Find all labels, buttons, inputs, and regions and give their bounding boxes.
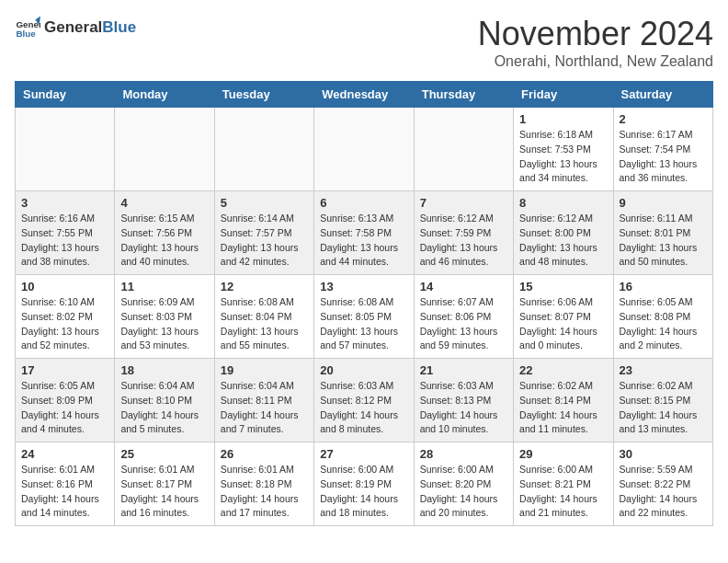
day-info: Sunrise: 6:03 AMSunset: 8:13 PMDaylight:… <box>420 379 507 437</box>
day-info: Sunrise: 6:09 AMSunset: 8:03 PMDaylight:… <box>120 295 208 353</box>
logo: General Blue General Blue <box>15 15 136 40</box>
day-number: 1 <box>519 112 607 126</box>
day-info: Sunrise: 6:02 AMSunset: 8:14 PMDaylight:… <box>519 379 607 437</box>
calendar-cell: 10Sunrise: 6:10 AMSunset: 8:02 PMDayligh… <box>16 275 115 359</box>
day-info: Sunrise: 6:02 AMSunset: 8:15 PMDaylight:… <box>620 379 707 437</box>
day-info: Sunrise: 5:59 AMSunset: 8:22 PMDaylight:… <box>620 463 707 521</box>
day-number: 11 <box>120 280 208 293</box>
calendar-cell: 22Sunrise: 6:02 AMSunset: 8:14 PMDayligh… <box>514 359 613 442</box>
calendar-cell: 27Sunrise: 6:00 AMSunset: 8:19 PMDayligh… <box>314 442 414 526</box>
calendar-cell: 3Sunrise: 6:16 AMSunset: 7:55 PMDaylight… <box>16 191 115 275</box>
day-number: 20 <box>320 363 407 377</box>
day-info: Sunrise: 6:04 AMSunset: 8:10 PMDaylight:… <box>120 379 208 437</box>
calendar-cell: 8Sunrise: 6:12 AMSunset: 8:00 PMDaylight… <box>514 191 613 275</box>
day-number: 24 <box>21 447 108 461</box>
day-number: 7 <box>420 196 507 210</box>
calendar-cell: 5Sunrise: 6:14 AMSunset: 7:57 PMDaylight… <box>214 191 313 275</box>
day-info: Sunrise: 6:01 AMSunset: 8:16 PMDaylight:… <box>21 463 108 521</box>
calendar-cell: 16Sunrise: 6:05 AMSunset: 8:08 PMDayligh… <box>613 275 712 359</box>
week-row-3: 10Sunrise: 6:10 AMSunset: 8:02 PMDayligh… <box>16 275 713 359</box>
calendar-cell: 15Sunrise: 6:06 AMSunset: 8:07 PMDayligh… <box>514 275 613 359</box>
day-number: 29 <box>519 447 607 461</box>
weekday-header-monday: Monday <box>115 82 214 108</box>
day-info: Sunrise: 6:12 AMSunset: 7:59 PMDaylight:… <box>420 212 507 270</box>
day-number: 5 <box>221 196 308 210</box>
logo-icon: General Blue <box>15 15 40 40</box>
day-number: 28 <box>420 447 507 461</box>
week-row-2: 3Sunrise: 6:16 AMSunset: 7:55 PMDaylight… <box>16 191 713 275</box>
calendar-cell: 26Sunrise: 6:01 AMSunset: 8:18 PMDayligh… <box>214 442 313 526</box>
day-info: Sunrise: 6:17 AMSunset: 7:54 PMDaylight:… <box>620 128 707 186</box>
calendar-cell: 17Sunrise: 6:05 AMSunset: 8:09 PMDayligh… <box>16 359 115 442</box>
calendar-cell: 1Sunrise: 6:18 AMSunset: 7:53 PMDaylight… <box>514 108 613 191</box>
calendar-cell: 18Sunrise: 6:04 AMSunset: 8:10 PMDayligh… <box>115 359 214 442</box>
day-info: Sunrise: 6:00 AMSunset: 8:19 PMDaylight:… <box>320 463 407 521</box>
day-number: 4 <box>120 196 208 210</box>
calendar-cell: 29Sunrise: 6:00 AMSunset: 8:21 PMDayligh… <box>514 442 613 526</box>
calendar-cell <box>115 108 214 191</box>
calendar-cell: 12Sunrise: 6:08 AMSunset: 8:04 PMDayligh… <box>214 275 313 359</box>
logo-general: General <box>44 18 102 37</box>
day-info: Sunrise: 6:01 AMSunset: 8:17 PMDaylight:… <box>120 463 208 521</box>
day-info: Sunrise: 6:10 AMSunset: 8:02 PMDaylight:… <box>21 295 108 353</box>
day-number: 18 <box>120 363 208 377</box>
day-number: 23 <box>620 363 707 377</box>
day-number: 9 <box>620 196 707 210</box>
calendar-cell: 19Sunrise: 6:04 AMSunset: 8:11 PMDayligh… <box>214 359 313 442</box>
day-info: Sunrise: 6:05 AMSunset: 8:09 PMDaylight:… <box>21 379 108 437</box>
day-info: Sunrise: 6:00 AMSunset: 8:20 PMDaylight:… <box>420 463 507 521</box>
calendar-cell: 20Sunrise: 6:03 AMSunset: 8:12 PMDayligh… <box>314 359 414 442</box>
day-number: 15 <box>519 280 607 293</box>
calendar-cell: 25Sunrise: 6:01 AMSunset: 8:17 PMDayligh… <box>115 442 214 526</box>
calendar-cell: 24Sunrise: 6:01 AMSunset: 8:16 PMDayligh… <box>16 442 115 526</box>
day-number: 16 <box>620 280 707 293</box>
svg-text:Blue: Blue <box>16 29 36 39</box>
day-number: 10 <box>21 280 108 293</box>
calendar-cell: 21Sunrise: 6:03 AMSunset: 8:13 PMDayligh… <box>414 359 513 442</box>
day-info: Sunrise: 6:18 AMSunset: 7:53 PMDaylight:… <box>519 128 607 186</box>
calendar-cell <box>414 108 513 191</box>
weekday-header-saturday: Saturday <box>613 82 712 108</box>
calendar-cell <box>314 108 414 191</box>
weekday-header-wednesday: Wednesday <box>314 82 414 108</box>
day-number: 13 <box>320 280 407 293</box>
day-number: 2 <box>620 112 707 126</box>
calendar-cell: 2Sunrise: 6:17 AMSunset: 7:54 PMDaylight… <box>613 108 712 191</box>
day-number: 17 <box>21 363 108 377</box>
calendar-table: SundayMondayTuesdayWednesdayThursdayFrid… <box>15 81 713 526</box>
calendar-cell: 14Sunrise: 6:07 AMSunset: 8:06 PMDayligh… <box>414 275 513 359</box>
week-row-5: 24Sunrise: 6:01 AMSunset: 8:16 PMDayligh… <box>16 442 713 526</box>
day-info: Sunrise: 6:08 AMSunset: 8:04 PMDaylight:… <box>221 295 308 353</box>
logo-blue: Blue <box>102 18 136 37</box>
calendar-cell: 30Sunrise: 5:59 AMSunset: 8:22 PMDayligh… <box>613 442 712 526</box>
day-info: Sunrise: 6:11 AMSunset: 8:01 PMDaylight:… <box>620 212 707 270</box>
day-info: Sunrise: 6:16 AMSunset: 7:55 PMDaylight:… <box>21 212 108 270</box>
calendar-cell: 9Sunrise: 6:11 AMSunset: 8:01 PMDaylight… <box>613 191 712 275</box>
day-number: 8 <box>519 196 607 210</box>
day-number: 12 <box>221 280 308 293</box>
day-info: Sunrise: 6:14 AMSunset: 7:57 PMDaylight:… <box>221 212 308 270</box>
weekday-header-sunday: Sunday <box>16 82 115 108</box>
weekday-header-thursday: Thursday <box>414 82 513 108</box>
calendar-cell: 28Sunrise: 6:00 AMSunset: 8:20 PMDayligh… <box>414 442 513 526</box>
day-number: 21 <box>420 363 507 377</box>
day-info: Sunrise: 6:04 AMSunset: 8:11 PMDaylight:… <box>221 379 308 437</box>
calendar-cell: 4Sunrise: 6:15 AMSunset: 7:56 PMDaylight… <box>115 191 214 275</box>
day-info: Sunrise: 6:05 AMSunset: 8:08 PMDaylight:… <box>620 295 707 353</box>
calendar-cell: 23Sunrise: 6:02 AMSunset: 8:15 PMDayligh… <box>613 359 712 442</box>
week-row-1: 1Sunrise: 6:18 AMSunset: 7:53 PMDaylight… <box>16 108 713 191</box>
day-info: Sunrise: 6:08 AMSunset: 8:05 PMDaylight:… <box>320 295 407 353</box>
day-number: 27 <box>320 447 407 461</box>
calendar-cell <box>214 108 313 191</box>
calendar-cell: 13Sunrise: 6:08 AMSunset: 8:05 PMDayligh… <box>314 275 414 359</box>
calendar-cell <box>16 108 115 191</box>
day-info: Sunrise: 6:15 AMSunset: 7:56 PMDaylight:… <box>120 212 208 270</box>
day-info: Sunrise: 6:12 AMSunset: 8:00 PMDaylight:… <box>519 212 607 270</box>
day-info: Sunrise: 6:06 AMSunset: 8:07 PMDaylight:… <box>519 295 607 353</box>
header: General Blue General Blue November 2024 … <box>15 15 713 70</box>
day-number: 3 <box>21 196 108 210</box>
week-row-4: 17Sunrise: 6:05 AMSunset: 8:09 PMDayligh… <box>16 359 713 442</box>
day-info: Sunrise: 6:03 AMSunset: 8:12 PMDaylight:… <box>320 379 407 437</box>
day-number: 22 <box>519 363 607 377</box>
title-area: November 2024 Onerahi, Northland, New Ze… <box>478 15 713 70</box>
